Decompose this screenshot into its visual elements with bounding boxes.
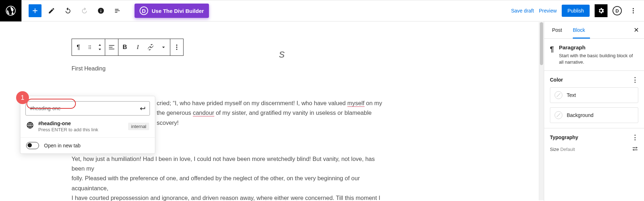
use-divi-builder-button[interactable]: D Use The Divi Builder (135, 4, 209, 18)
block-name-label: Paragraph (559, 44, 585, 50)
svg-point-4 (89, 45, 89, 46)
block-move-updown[interactable] (95, 39, 105, 55)
undo-button[interactable] (62, 4, 74, 17)
tab-block[interactable]: Block (570, 21, 588, 39)
svg-point-10 (176, 45, 177, 46)
save-draft-link[interactable]: Save draft (511, 8, 534, 14)
block-type-paragraph-button[interactable]: ¶ (72, 39, 85, 55)
svg-point-7 (90, 47, 91, 48)
text-fragment: folly. Pleased with the preference of on… (72, 173, 383, 193)
align-button[interactable] (105, 39, 118, 55)
spellcheck-word: myself (347, 100, 365, 107)
typography-panel-label: Typography (550, 134, 578, 140)
settings-sidebar: Post Block ✕ ¶ Paragraph Start with the … (544, 21, 644, 201)
annotation-step-badge: 1 (16, 91, 29, 104)
editor-topbar: D Use The Divi Builder Save draft Previe… (0, 0, 644, 21)
size-value: Default (560, 147, 575, 152)
svg-point-3 (633, 12, 634, 13)
topbar-left-tools: D Use The Divi Builder (21, 4, 209, 18)
globe-icon (26, 121, 34, 129)
link-type-badge: internal (128, 123, 149, 130)
svg-point-9 (90, 48, 91, 49)
open-new-tab-label: Open in new tab (44, 143, 80, 148)
submit-link-button[interactable] (135, 105, 150, 112)
anchor-list: First Heading (72, 64, 383, 73)
more-rich-text[interactable] (157, 39, 170, 55)
svg-point-2 (633, 10, 634, 11)
svg-point-6 (89, 47, 89, 48)
anchor-item[interactable]: First Heading (72, 64, 383, 73)
add-block-button[interactable] (29, 4, 42, 17)
redo-button[interactable] (78, 4, 91, 17)
no-color-swatch-icon (555, 91, 562, 99)
info-button[interactable] (94, 4, 107, 17)
scrollbar[interactable] (539, 22, 544, 200)
link-suggestion-hint: Press ENTER to add this link (38, 127, 98, 132)
paragraph-icon: ¶ (77, 44, 80, 51)
text-color-label: Text (567, 92, 576, 98)
typography-panel-menu[interactable]: ⋮ (632, 134, 638, 141)
link-suggestion-row[interactable]: #heading-one Press ENTER to add this lin… (20, 116, 155, 138)
text-color-button[interactable]: Text (550, 87, 638, 103)
more-menu-button[interactable] (627, 4, 640, 17)
block-drag-handle[interactable] (85, 39, 95, 55)
publish-button[interactable]: Publish (562, 5, 590, 17)
size-label: Size (550, 147, 559, 152)
spellcheck-word: candour (193, 109, 214, 117)
divi-small-button[interactable]: D (613, 6, 622, 15)
block-description: Start with the basic building block of a… (559, 53, 638, 65)
typography-panel: Typography ⋮ Size Default (544, 128, 644, 158)
color-panel-menu[interactable]: ⋮ (632, 77, 638, 83)
text-fragment: Yet, how just a humiliation! Had I been … (72, 154, 383, 173)
svg-point-12 (176, 49, 177, 50)
open-new-tab-toggle[interactable] (26, 142, 39, 149)
background-color-button[interactable]: Background (550, 107, 638, 123)
tab-post[interactable]: Post (549, 21, 565, 39)
paragraph-icon: ¶ (550, 45, 554, 53)
background-color-label: Background (567, 112, 594, 118)
link-popover: #heading-one Press ENTER to add this lin… (20, 96, 155, 154)
close-sidebar-button[interactable]: ✕ (634, 26, 639, 34)
italic-icon: I (137, 44, 139, 51)
svg-point-11 (176, 46, 177, 48)
block-info-panel: ¶ Paragraph Start with the basic buildin… (544, 39, 644, 71)
no-color-swatch-icon (555, 111, 562, 119)
link-suggestion-title: #heading-one (38, 121, 71, 126)
link-button[interactable] (144, 39, 157, 55)
bold-button[interactable]: B (118, 39, 131, 55)
scrollbar-thumb[interactable] (540, 22, 543, 65)
link-search-field (25, 101, 150, 116)
text-fragment: on my (365, 100, 382, 106)
svg-point-8 (89, 48, 89, 49)
wordpress-logo-button[interactable] (0, 0, 21, 21)
editor-canvas: ¶ B I (0, 21, 544, 201)
block-toolbar: ¶ B I (72, 39, 184, 56)
outline-button[interactable] (111, 4, 124, 17)
text-fragment: the generous (157, 109, 193, 116)
size-settings-button[interactable] (632, 146, 638, 153)
svg-point-1 (633, 8, 634, 9)
italic-button[interactable]: I (131, 39, 144, 55)
bold-icon: B (123, 44, 127, 51)
preview-link[interactable]: Preview (539, 8, 557, 14)
svg-point-5 (90, 45, 91, 46)
divi-button-label: Use The Divi Builder (152, 8, 204, 14)
color-panel: Color ⋮ Text Background (544, 71, 644, 128)
settings-button[interactable] (595, 4, 608, 17)
text-fragment: cried; “I, who have prided myself on my … (157, 100, 347, 106)
link-url-input[interactable] (26, 106, 135, 111)
edit-mode-button[interactable] (45, 4, 58, 17)
color-panel-label: Color (550, 77, 563, 83)
link-popover-footer: Open in new tab (20, 138, 155, 153)
text-fragment: I have courted prepossession and ignoran… (72, 193, 383, 201)
block-more-options[interactable] (170, 39, 183, 55)
divi-logo-icon: D (140, 6, 148, 15)
paragraph-block[interactable]: Yet, how just a humiliation! Had I been … (72, 154, 383, 201)
text-fragment: of my sister, and gratified my vanity in… (214, 109, 372, 116)
sidebar-tabs: Post Block ✕ (544, 21, 644, 39)
topbar-right-tools: Save draft Preview Publish D (511, 4, 644, 17)
title-fragment: s (279, 47, 285, 60)
